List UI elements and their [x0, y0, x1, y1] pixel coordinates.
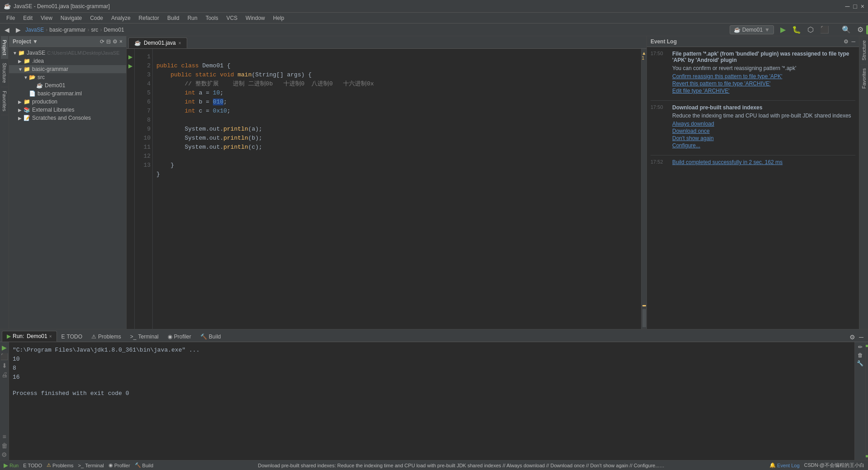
- bottom-tab-problems[interactable]: ⚠ Problems: [87, 332, 126, 342]
- log-link-1-2[interactable]: Revert this pattern to file type 'ARCHIV…: [672, 80, 855, 87]
- event-log-settings-icon[interactable]: ⚙: [844, 38, 849, 45]
- breadcrumb-project[interactable]: JavaSE: [25, 27, 44, 33]
- run-sidebar: ▶ ⬛ ⬇ 🖨 ≡ 🗑 ⚙: [0, 342, 9, 460]
- tree-item-javase[interactable]: ▼ 📁 JavaSE C:\Users\AELM\Desktop\JavaSE: [9, 49, 126, 57]
- stop-button[interactable]: ⬛: [818, 24, 831, 35]
- tree-item-iml[interactable]: ▶ 📄 basic-grammar.iml: [9, 89, 126, 98]
- menu-file[interactable]: File: [3, 14, 19, 22]
- run-button[interactable]: ▶: [778, 24, 788, 35]
- menu-code[interactable]: Code: [86, 14, 107, 22]
- log-link-2-3[interactable]: Don't show again: [672, 135, 855, 141]
- tree-item-ext-libs[interactable]: ▶ 📚 External Libraries: [9, 106, 126, 114]
- tree-item-scratches[interactable]: ▶ 📝 Scratches and Consoles: [9, 114, 126, 122]
- forward-btn[interactable]: ▶: [14, 25, 23, 34]
- status-build-btn[interactable]: 🔨 Build: [135, 462, 153, 468]
- run-gutter-2[interactable]: ▶: [128, 63, 132, 69]
- status-problems-btn[interactable]: ⚠ Problems: [47, 462, 73, 468]
- profiler-status-label: Profiler: [114, 463, 130, 468]
- run-delete-icon[interactable]: 🗑: [858, 352, 863, 358]
- java-icon-demo01: ☕: [36, 82, 43, 89]
- menu-help[interactable]: Help: [269, 14, 288, 22]
- problems-status-label: Problems: [52, 463, 73, 468]
- tab-close-demo01[interactable]: ×: [179, 41, 181, 46]
- log-title-2: Download pre-built shared indexes: [672, 104, 855, 111]
- code-editor[interactable]: public class Demo01 { public static void…: [153, 49, 641, 329]
- log-separator-1: [651, 100, 855, 101]
- menu-analyze[interactable]: Analyze: [108, 14, 134, 22]
- run-edit-icon[interactable]: ✏: [858, 344, 863, 350]
- settings-project-icon[interactable]: ⚙: [113, 38, 118, 45]
- structure-right-tab[interactable]: Structure: [860, 36, 868, 64]
- menu-window[interactable]: Window: [242, 14, 269, 22]
- tree-item-demo01[interactable]: ▶ ☕ Demo01: [9, 81, 126, 89]
- minimize-btn[interactable]: ─: [845, 3, 849, 10]
- bottom-tab-run[interactable]: ▶ Run: Demo01 ×: [2, 331, 57, 342]
- menu-vcs[interactable]: VCS: [223, 14, 241, 22]
- run-config-selector[interactable]: ☕ Demo01 ▼: [730, 25, 774, 34]
- menu-build[interactable]: Build: [164, 14, 183, 22]
- clear-btn[interactable]: 🗑: [1, 442, 8, 449]
- gutter-row-9: [127, 125, 134, 134]
- scroll-end-btn[interactable]: ⬇: [2, 362, 7, 369]
- collapse-all-icon[interactable]: ⊟: [106, 38, 111, 45]
- tab-icon-java: ☕: [134, 40, 141, 46]
- project-tab-label[interactable]: Project: [1, 36, 8, 59]
- run-tab-close[interactable]: ×: [49, 334, 52, 339]
- menu-view[interactable]: View: [37, 14, 56, 22]
- debug-button[interactable]: 🐛: [790, 24, 803, 35]
- bottom-tab-todo[interactable]: E TODO: [57, 332, 87, 342]
- breadcrumb-src[interactable]: src: [91, 27, 98, 33]
- sync-icon[interactable]: ⟳: [100, 38, 104, 45]
- breadcrumb-file[interactable]: Demo01: [104, 27, 124, 33]
- breadcrumb-module[interactable]: basic-grammar: [49, 27, 85, 33]
- log-link-2-2[interactable]: Download once: [672, 128, 855, 134]
- soft-wrap-btn[interactable]: ≡: [2, 433, 6, 440]
- log-link-1-3[interactable]: Edit file type 'ARCHIVE': [672, 88, 855, 94]
- bottom-tab-profiler[interactable]: ◉ Profiler: [163, 332, 196, 342]
- back-btn[interactable]: ◀: [3, 25, 11, 34]
- log-build-link[interactable]: Build completed successfully in 2 sec. 1…: [672, 159, 783, 165]
- status-profiler-btn[interactable]: ◉ Profiler: [108, 462, 130, 468]
- menu-navigate[interactable]: Navigate: [57, 14, 85, 22]
- search-everywhere-btn[interactable]: 🔍: [840, 24, 853, 35]
- event-log-status-btn[interactable]: 🔔 Event Log: [769, 462, 800, 468]
- run-again-btn[interactable]: ▶: [2, 344, 7, 351]
- event-log-close-icon[interactable]: ─: [851, 38, 855, 45]
- close-project-icon[interactable]: ×: [119, 38, 123, 45]
- log-entry-2: 17:50 Download pre-built shared indexes …: [651, 104, 855, 150]
- log-link-2-1[interactable]: Always download: [672, 121, 855, 127]
- coverage-button[interactable]: ⬡: [806, 24, 816, 35]
- menu-run[interactable]: Run: [184, 14, 201, 22]
- status-bar-bottom: ▶ Run E TODO ⚠ Problems >_ Terminal ◉ Pr…: [0, 460, 868, 470]
- favorites-right-tab[interactable]: Favorites: [860, 64, 868, 92]
- folder-icon-extlibs: 📚: [24, 107, 30, 113]
- favorites-tab-label[interactable]: Favorites: [1, 87, 8, 115]
- tree-label-extlibs: External Libraries: [32, 107, 74, 113]
- run-gutter-1[interactable]: ▶: [128, 54, 132, 60]
- maximize-btn[interactable]: □: [853, 3, 857, 10]
- log-link-2-4[interactable]: Configure...: [672, 142, 855, 149]
- tree-item-production[interactable]: ▶ 📁 production: [9, 98, 126, 106]
- menu-refactor[interactable]: Refactor: [135, 14, 163, 22]
- print-btn[interactable]: 🖨: [1, 371, 8, 378]
- editor-tab-demo01[interactable]: ☕ Demo01.java ×: [128, 38, 187, 48]
- tree-item-src[interactable]: ▼ 📂 src: [9, 73, 126, 81]
- bottom-settings-icon[interactable]: ⚙: [849, 333, 856, 342]
- tree-item-basic-grammar[interactable]: ▼ 📁 basic-grammar: [9, 65, 126, 73]
- filter-btn[interactable]: ⚙: [1, 451, 7, 458]
- log-link-1-1[interactable]: Confirm reassign this pattern to file ty…: [672, 73, 855, 80]
- status-terminal-btn[interactable]: >_ Terminal: [78, 463, 104, 468]
- menu-edit[interactable]: Edit: [19, 14, 36, 22]
- menu-tools[interactable]: Tools: [202, 14, 222, 22]
- run-tool-icon[interactable]: 🔧: [857, 360, 863, 367]
- bottom-tab-build[interactable]: 🔨 Build: [196, 332, 226, 342]
- close-btn[interactable]: ×: [861, 3, 864, 10]
- run-output[interactable]: "C:\Program Files\Java\jdk1.8.0_361\bin\…: [9, 342, 854, 460]
- bottom-minimize-icon[interactable]: ─: [858, 333, 864, 342]
- structure-tab-label[interactable]: Structure: [1, 59, 8, 87]
- tree-item-idea[interactable]: ▶ 📁 .idea: [9, 57, 126, 65]
- stop-btn[interactable]: ⬛: [0, 353, 8, 360]
- status-todo-btn[interactable]: E TODO: [23, 463, 42, 468]
- bottom-tab-terminal[interactable]: >_ Terminal: [126, 332, 163, 342]
- settings-btn[interactable]: ⚙: [855, 24, 865, 35]
